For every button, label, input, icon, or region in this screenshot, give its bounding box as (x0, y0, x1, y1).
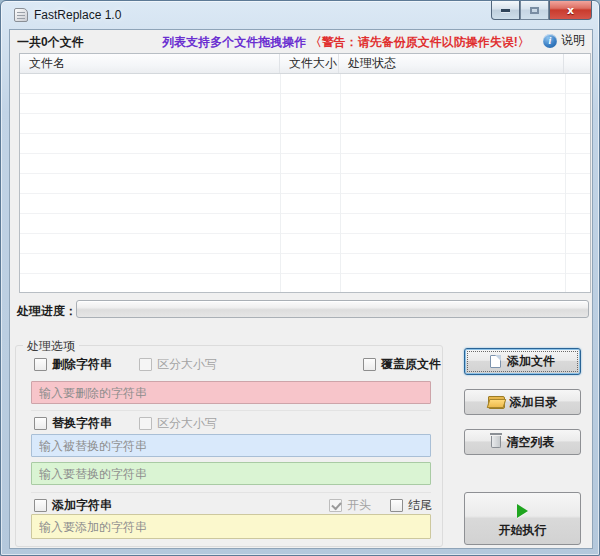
maximize-icon (530, 7, 539, 14)
close-icon: x (567, 4, 574, 17)
append-string-option[interactable]: 添加字符串 (34, 498, 112, 512)
options-group-label: 处理选项 (23, 338, 79, 355)
window-title: FastReplace 1.0 (34, 8, 121, 22)
clear-list-button[interactable]: 清空列表 (464, 429, 581, 455)
add-file-label: 添加文件 (507, 353, 555, 370)
replace-from-input[interactable] (31, 434, 431, 457)
overwrite-option[interactable]: 覆盖原文件 (363, 357, 441, 371)
help-label: 说明 (561, 32, 585, 49)
progress-bar (76, 300, 589, 318)
append-end-checkbox[interactable] (390, 499, 403, 512)
append-begin-checkbox (329, 499, 342, 512)
start-label: 开始执行 (499, 522, 547, 539)
titlebar[interactable]: FastReplace 1.0 x (1, 1, 599, 29)
append-begin-label: 开头 (347, 497, 371, 514)
play-icon (517, 504, 528, 518)
replace-case-checkbox (139, 417, 152, 430)
replace-case-label: 区分大小写 (157, 415, 217, 432)
column-header-filler (564, 54, 590, 73)
overwrite-checkbox[interactable] (363, 358, 376, 371)
progress-label: 处理进度： (17, 303, 77, 320)
window-controls: x (491, 1, 592, 20)
replace-string-checkbox[interactable] (34, 417, 47, 430)
trash-icon (491, 436, 501, 448)
minimize-icon (501, 9, 510, 12)
app-window: FastReplace 1.0 x 一共0个文件 列表支持多个文件拖拽操作 〈警… (0, 0, 600, 556)
section-divider (31, 492, 431, 493)
column-divider (280, 74, 281, 292)
app-icon (14, 8, 28, 22)
delete-string-label: 删除字符串 (52, 356, 112, 373)
delete-string-checkbox[interactable] (34, 358, 47, 371)
delete-case-option: 区分大小写 (139, 357, 217, 371)
folder-icon (488, 396, 504, 408)
maximize-button[interactable] (520, 1, 549, 20)
delete-case-label: 区分大小写 (157, 356, 217, 373)
add-file-button[interactable]: 添加文件 (464, 348, 581, 375)
delete-case-checkbox (139, 358, 152, 371)
file-list-table[interactable]: 文件名 文件大小 处理状态 (19, 53, 591, 293)
column-header-filesize[interactable]: 文件大小 (280, 54, 339, 73)
file-icon (490, 355, 501, 368)
replace-string-option[interactable]: 替换字符串 (34, 416, 112, 430)
help-link[interactable]: i 说明 (543, 32, 585, 49)
add-directory-label: 添加目录 (510, 394, 558, 411)
column-divider (565, 74, 566, 292)
table-header: 文件名 文件大小 处理状态 (20, 54, 590, 74)
section-divider (31, 410, 431, 411)
column-header-status[interactable]: 处理状态 (339, 54, 564, 73)
append-end-option[interactable]: 结尾 (390, 498, 432, 512)
column-header-filename[interactable]: 文件名 (20, 54, 280, 73)
drag-hint-text: 列表支持多个文件拖拽操作 (162, 35, 306, 49)
minimize-button[interactable] (491, 1, 520, 20)
file-count-label: 一共0个文件 (17, 34, 84, 51)
start-button[interactable]: 开始执行 (464, 492, 581, 545)
delete-string-input[interactable] (31, 381, 431, 404)
append-string-checkbox[interactable] (34, 499, 47, 512)
column-divider (340, 74, 341, 292)
append-string-input[interactable] (31, 514, 431, 539)
replace-case-option: 区分大小写 (139, 416, 217, 430)
add-directory-button[interactable]: 添加目录 (464, 389, 581, 415)
clear-list-label: 清空列表 (507, 434, 555, 451)
append-end-label: 结尾 (408, 497, 432, 514)
overwrite-label: 覆盖原文件 (381, 356, 441, 373)
append-string-label: 添加字符串 (52, 497, 112, 514)
append-begin-option: 开头 (329, 498, 371, 512)
replace-to-input[interactable] (31, 462, 431, 485)
delete-string-option[interactable]: 删除字符串 (34, 357, 112, 371)
replace-string-label: 替换字符串 (52, 415, 112, 432)
close-button[interactable]: x (549, 1, 592, 20)
warning-text: 〈警告：请先备份原文件以防操作失误!〉 (310, 35, 530, 49)
info-icon: i (543, 34, 557, 48)
header-message: 列表支持多个文件拖拽操作 〈警告：请先备份原文件以防操作失误!〉 (151, 34, 541, 51)
